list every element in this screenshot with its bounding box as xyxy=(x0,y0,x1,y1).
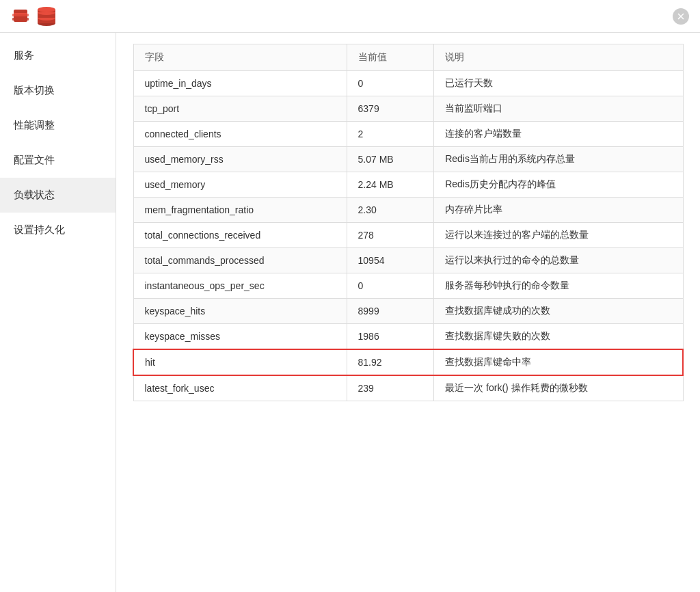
sidebar-item-config[interactable]: 配置文件 xyxy=(0,143,116,178)
table-body: uptime_in_days0已运行天数tcp_port6379当前监听端口co… xyxy=(133,71,683,401)
cell-value: 239 xyxy=(347,375,434,401)
table-header-row: 字段当前值说明 xyxy=(133,44,683,71)
cell-value: 10954 xyxy=(347,248,434,273)
cell-value: 0 xyxy=(347,71,434,96)
table-row: total_connections_received278运行以来连接过的客户端… xyxy=(133,223,683,248)
cell-value: 0 xyxy=(347,273,434,299)
cell-field: uptime_in_days xyxy=(133,71,347,96)
col-header-field: 字段 xyxy=(133,44,347,71)
svg-rect-2 xyxy=(14,10,27,13)
cell-description: Redis当前占用的系统内存总量 xyxy=(434,147,683,172)
table-row: latest_fork_usec239最近一次 fork() 操作耗费的微秒数 xyxy=(133,375,683,401)
cell-description: Redis历史分配内存的峰值 xyxy=(434,172,683,198)
cell-value: 1986 xyxy=(347,324,434,350)
sidebar-item-load[interactable]: 负载状态 xyxy=(0,178,116,213)
cell-description: 查找数据库键成功的次数 xyxy=(434,299,683,324)
cell-field: used_memory xyxy=(133,172,347,198)
cell-description: 当前监听端口 xyxy=(434,96,683,122)
cell-field: mem_fragmentation_ratio xyxy=(133,198,347,223)
close-icon xyxy=(677,13,684,20)
svg-point-11 xyxy=(38,7,55,12)
sidebar-item-service[interactable]: 服务 xyxy=(0,38,116,73)
table-row: used_memory2.24 MBRedis历史分配内存的峰值 xyxy=(133,172,683,198)
cell-description: 查找数据库键命中率 xyxy=(434,349,683,375)
app-container: 服务版本切换性能调整配置文件负载状态设置持久化 字段当前值说明 uptime_i… xyxy=(0,0,700,592)
sidebar-item-version[interactable]: 版本切换 xyxy=(0,73,116,108)
cell-value: 2.30 xyxy=(347,198,434,223)
table-row: connected_clients2连接的客户端数量 xyxy=(133,122,683,147)
cell-description: 查找数据库键失败的次数 xyxy=(434,324,683,350)
col-header-value: 当前值 xyxy=(347,44,434,71)
stats-table: 字段当前值说明 uptime_in_days0已运行天数tcp_port6379… xyxy=(133,44,684,401)
cell-value: 81.92 xyxy=(347,349,434,375)
cell-field: connected_clients xyxy=(133,122,347,147)
cell-value: 278 xyxy=(347,223,434,248)
svg-rect-4 xyxy=(12,18,29,21)
cell-value: 2 xyxy=(347,122,434,147)
cell-value: 6379 xyxy=(347,96,434,122)
cell-field: tcp_port xyxy=(133,96,347,122)
sidebar: 服务版本切换性能调整配置文件负载状态设置持久化 xyxy=(0,33,116,592)
cell-value: 8999 xyxy=(347,299,434,324)
svg-rect-3 xyxy=(12,14,29,16)
sidebar-item-persistence[interactable]: 设置持久化 xyxy=(0,213,116,247)
table-row: hit81.92查找数据库键命中率 xyxy=(133,349,683,375)
cell-field: keyspace_misses xyxy=(133,324,347,350)
table-header: 字段当前值说明 xyxy=(133,44,683,71)
cell-value: 5.07 MB xyxy=(347,147,434,172)
cell-field: hit xyxy=(133,349,347,375)
cell-value: 2.24 MB xyxy=(347,172,434,198)
main-content: 服务版本切换性能调整配置文件负载状态设置持久化 字段当前值说明 uptime_i… xyxy=(0,33,700,592)
redis-icon xyxy=(36,5,57,27)
table-row: instantaneous_ops_per_sec0服务器每秒钟执行的命令数量 xyxy=(133,273,683,299)
app-logo xyxy=(11,5,63,27)
table-row: uptime_in_days0已运行天数 xyxy=(133,71,683,96)
cell-description: 服务器每秒钟执行的命令数量 xyxy=(434,273,683,299)
table-row: keyspace_misses1986查找数据库键失败的次数 xyxy=(133,324,683,350)
table-row: used_memory_rss5.07 MBRedis当前占用的系统内存总量 xyxy=(133,147,683,172)
redis-logo-icon xyxy=(11,7,30,26)
cell-field: instantaneous_ops_per_sec xyxy=(133,273,347,299)
cell-field: keyspace_hits xyxy=(133,299,347,324)
cell-field: used_memory_rss xyxy=(133,147,347,172)
cell-description: 运行以来执行过的命令的总数量 xyxy=(434,248,683,273)
cell-field: total_commands_processed xyxy=(133,248,347,273)
cell-description: 连接的客户端数量 xyxy=(434,122,683,147)
cell-description: 已运行天数 xyxy=(434,71,683,96)
sidebar-item-performance[interactable]: 性能调整 xyxy=(0,108,116,143)
table-row: mem_fragmentation_ratio2.30内存碎片比率 xyxy=(133,198,683,223)
content-area: 字段当前值说明 uptime_in_days0已运行天数tcp_port6379… xyxy=(116,33,700,592)
header xyxy=(0,0,700,33)
table-row: keyspace_hits8999查找数据库键成功的次数 xyxy=(133,299,683,324)
table-row: total_commands_processed10954运行以来执行过的命令的… xyxy=(133,248,683,273)
cell-field: latest_fork_usec xyxy=(133,375,347,401)
close-button[interactable] xyxy=(673,8,689,25)
cell-field: total_connections_received xyxy=(133,223,347,248)
table-row: tcp_port6379当前监听端口 xyxy=(133,96,683,122)
cell-description: 内存碎片比率 xyxy=(434,198,683,223)
cell-description: 运行以来连接过的客户端的总数量 xyxy=(434,223,683,248)
cell-description: 最近一次 fork() 操作耗费的微秒数 xyxy=(434,375,683,401)
col-header-description: 说明 xyxy=(434,44,683,71)
